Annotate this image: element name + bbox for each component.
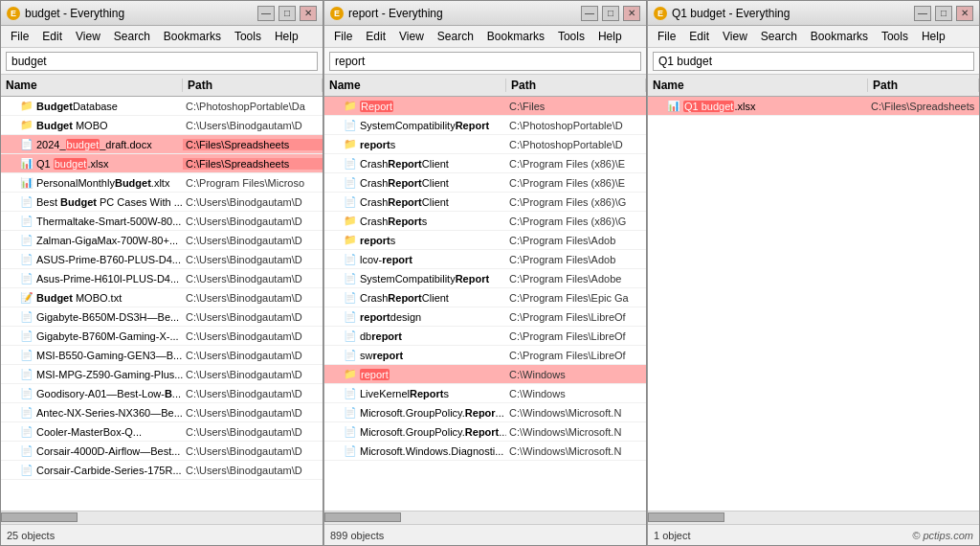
table-row[interactable]: Corsair-4000D-Airflow—Best... C:\Users\B… <box>1 442 323 461</box>
menu-bar-3: File Edit View Search Bookmarks Tools He… <box>648 26 979 48</box>
close-btn-1[interactable]: ✕ <box>300 6 317 21</box>
search-input-3[interactable] <box>653 52 974 71</box>
menu-file-2[interactable]: File <box>328 28 358 45</box>
menu-help-1[interactable]: Help <box>269 28 304 45</box>
table-row[interactable]: 2024_budget_draft.docx C:\Files\Spreadsh… <box>1 135 323 154</box>
menu-search-3[interactable]: Search <box>755 28 803 45</box>
table-row[interactable]: Q1 budget.xlsx C:\Files\Spreadsheets <box>1 154 323 173</box>
table-row[interactable]: CrashReportClient C:\Program Files (x86)… <box>324 154 646 173</box>
table-row[interactable]: Q1 budget.xlsx C:\Files\Spreadsheets <box>648 97 979 116</box>
title-controls-3[interactable]: — □ ✕ <box>914 6 973 21</box>
table-row[interactable]: reports C:\Program Files\Adob <box>324 231 646 250</box>
close-btn-3[interactable]: ✕ <box>956 6 973 21</box>
table-row[interactable]: Zalman-GigaMax-700W-80+... C:\Users\Bino… <box>1 231 323 250</box>
doc-icon <box>344 388 357 399</box>
table-row[interactable]: Microsoft.Windows.Diagnosti... C:\Window… <box>324 442 646 461</box>
doc-icon <box>20 273 33 284</box>
horizontal-scrollbar-1[interactable] <box>1 511 323 524</box>
table-row[interactable]: lcov-report C:\Program Files\Adob <box>324 250 646 269</box>
menu-file-1[interactable]: File <box>5 28 34 45</box>
table-row[interactable]: CrashReportClient C:\Program Files (x86)… <box>324 173 646 193</box>
doc-icon <box>20 330 33 342</box>
menu-bar-1: File Edit View Search Bookmarks Tools He… <box>1 26 323 48</box>
menu-tools-3[interactable]: Tools <box>876 28 914 45</box>
table-row[interactable]: Gigabyte-B760M-Gaming-X-... C:\Users\Bin… <box>1 327 323 346</box>
table-row[interactable]: dbreport C:\Program Files\LibreOf <box>324 327 646 346</box>
name-cell: CrashReports <box>324 216 506 227</box>
table-row[interactable]: SystemCompatibilityReport C:\PhotoshopPo… <box>324 116 646 135</box>
horizontal-scrollbar-3[interactable] <box>648 511 979 524</box>
doc-icon <box>344 350 357 361</box>
table-row[interactable]: Corsair-Carbide-Series-175R... C:\Users\… <box>1 461 323 480</box>
table-row[interactable]: Budget MOBO C:\Users\Binodgautam\D <box>1 116 323 135</box>
search-input-1[interactable] <box>6 52 318 71</box>
minimize-btn-2[interactable]: — <box>581 6 598 21</box>
name-cell: reportdesign <box>324 311 506 323</box>
path-cell: C:\Windows\Microsoft.N <box>506 407 646 419</box>
menu-search-1[interactable]: Search <box>108 28 156 45</box>
scroll-thumb-1[interactable] <box>1 512 78 522</box>
menu-edit-1[interactable]: Edit <box>36 28 68 45</box>
menu-view-2[interactable]: View <box>393 28 430 45</box>
table-row[interactable]: report C:\Windows <box>324 365 646 384</box>
col-header-path-1: Path <box>183 79 323 92</box>
name-cell: Goodisory-A01—Best-Low-B... <box>1 388 183 399</box>
table-row[interactable]: PersonalMonthlyBudget.xltx C:\Program Fi… <box>1 173 323 193</box>
table-row[interactable]: reports C:\PhotoshopPortable\D <box>324 135 646 154</box>
table-row[interactable]: Microsoft.GroupPolicy.Repor... C:\Window… <box>324 403 646 422</box>
table-row[interactable]: Gigabyte-B650M-DS3H—Be... C:\Users\Binod… <box>1 307 323 327</box>
table-row[interactable]: CrashReportClient C:\Program Files\Epic … <box>324 288 646 307</box>
table-row[interactable]: SystemCompatibilityReport C:\Program Fil… <box>324 269 646 288</box>
menu-tools-2[interactable]: Tools <box>552 28 590 45</box>
maximize-btn-2[interactable]: □ <box>602 6 619 21</box>
file-list-1[interactable]: BudgetDatabase C:\PhotoshopPortable\Da B… <box>1 97 323 511</box>
table-row[interactable]: Goodisory-A01—Best-Low-B... C:\Users\Bin… <box>1 384 323 403</box>
menu-search-2[interactable]: Search <box>432 28 479 45</box>
path-cell: C:\Program Files\LibreOf <box>506 330 646 342</box>
title-controls-1[interactable]: — □ ✕ <box>257 6 317 21</box>
search-input-2[interactable] <box>329 52 641 71</box>
table-row[interactable]: Budget MOBO.txt C:\Users\Binodgautam\D <box>1 288 323 307</box>
table-row[interactable]: reportdesign C:\Program Files\LibreOf <box>324 307 646 327</box>
file-list-2[interactable]: Report C:\Files SystemCompatibilityRepor… <box>324 97 646 511</box>
menu-help-3[interactable]: Help <box>916 28 951 45</box>
title-controls-2[interactable]: — □ ✕ <box>581 6 640 21</box>
table-row[interactable]: Antec-NX-Series-NX360—Be... C:\Users\Bin… <box>1 403 323 422</box>
table-row[interactable]: MSI-B550-Gaming-GEN3—B... C:\Users\Binod… <box>1 346 323 365</box>
table-row[interactable]: Cooler-MasterBox-Q... C:\Users\Binodgaut… <box>1 422 323 442</box>
table-row[interactable]: Best Budget PC Cases With ... C:\Users\B… <box>1 193 323 212</box>
menu-help-2[interactable]: Help <box>592 28 628 45</box>
menu-view-1[interactable]: View <box>70 28 106 45</box>
table-row[interactable]: BudgetDatabase C:\PhotoshopPortable\Da <box>1 97 323 116</box>
path-cell: C:\Program Files\LibreOf <box>506 311 646 323</box>
menu-bookmarks-3[interactable]: Bookmarks <box>805 28 874 45</box>
maximize-btn-1[interactable]: □ <box>278 6 296 21</box>
table-row[interactable]: Report C:\Files <box>324 97 646 116</box>
table-row[interactable]: Microsoft.GroupPolicy.Report... C:\Windo… <box>324 422 646 442</box>
minimize-btn-1[interactable]: — <box>257 6 275 21</box>
name-cell: CrashReportClient <box>324 196 506 208</box>
scroll-thumb-3[interactable] <box>648 512 724 522</box>
minimize-btn-3[interactable]: — <box>914 6 931 21</box>
menu-edit-2[interactable]: Edit <box>360 28 391 45</box>
table-row[interactable]: Asus-Prime-H610I-PLUS-D4... C:\Users\Bin… <box>1 269 323 288</box>
scroll-thumb-2[interactable] <box>324 512 401 522</box>
horizontal-scrollbar-2[interactable] <box>324 511 646 524</box>
table-row[interactable]: ASUS-Prime-B760-PLUS-D4... C:\Users\Bino… <box>1 250 323 269</box>
menu-tools-1[interactable]: Tools <box>229 28 267 45</box>
file-list-3[interactable]: Q1 budget.xlsx C:\Files\Spreadsheets <box>648 97 979 511</box>
table-row[interactable]: Thermaltake-Smart-500W-80... C:\Users\Bi… <box>1 212 323 231</box>
close-btn-2[interactable]: ✕ <box>623 6 640 21</box>
menu-view-3[interactable]: View <box>717 28 753 45</box>
maximize-btn-3[interactable]: □ <box>935 6 952 21</box>
menu-bookmarks-2[interactable]: Bookmarks <box>481 28 550 45</box>
menu-bookmarks-1[interactable]: Bookmarks <box>158 28 227 45</box>
table-row[interactable]: CrashReportClient C:\Program Files (x86)… <box>324 193 646 212</box>
menu-file-3[interactable]: File <box>652 28 681 45</box>
table-row[interactable]: CrashReports C:\Program Files (x86)\G <box>324 212 646 231</box>
table-row[interactable]: swreport C:\Program Files\LibreOf <box>324 346 646 365</box>
menu-edit-3[interactable]: Edit <box>683 28 715 45</box>
table-row[interactable]: MSI-MPG-Z590-Gaming-Plus... C:\Users\Bin… <box>1 365 323 384</box>
doc-icon <box>20 369 33 380</box>
table-row[interactable]: LiveKernelReports C:\Windows <box>324 384 646 403</box>
